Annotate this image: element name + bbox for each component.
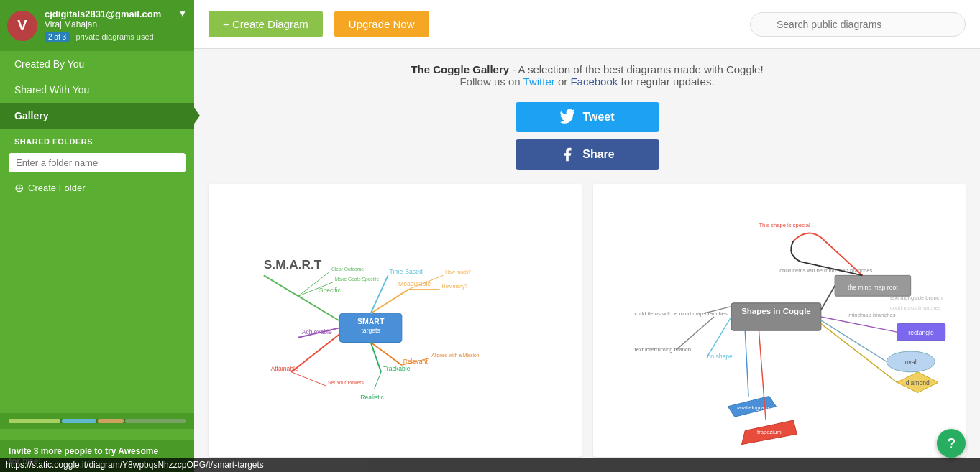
svg-text:Set Your Powers: Set Your Powers [328,380,364,385]
user-name: Viraj Mahajan [45,19,187,29]
search-area: 🔍 [441,12,966,37]
search-input[interactable] [750,12,966,37]
svg-text:S.M.A.R.T: S.M.A.R.T [264,257,322,272]
svg-text:Trackable: Trackable [383,365,411,372]
create-diagram-button[interactable]: + Create Diagram [209,11,323,37]
folder-name-input[interactable] [9,153,186,172]
svg-text:Time-Based: Time-Based [390,268,423,275]
create-folder-label: Create Folder [28,182,85,193]
svg-text:Realistic: Realistic [360,394,384,401]
svg-text:Specific: Specific [319,287,342,294]
svg-line-5 [264,275,298,296]
progress-bar [9,419,186,423]
svg-text:the mind map root: the mind map root [848,284,898,291]
svg-line-52 [820,324,897,383]
sidebar-item-gallery[interactable]: Gallery [0,103,194,129]
sidebar-item-created-by-you[interactable]: Created By You [0,51,194,77]
invite-text: Invite 3 more people to try Awesome [9,446,186,456]
svg-line-46 [820,317,897,332]
smart-diagram-preview: S.M.A.R.T SMART targets Specific Make Go… [209,184,582,450]
svg-text:Make Goals Specific: Make Goals Specific [335,277,380,282]
svg-text:oval: oval [905,358,916,366]
gallery-subtitle: - A selection of the best diagrams made … [509,63,764,75]
svg-text:text alongside branch: text alongside branch [889,295,942,301]
user-plan-badge: 2 of 3 [45,32,70,42]
svg-line-31 [374,372,381,389]
svg-line-37 [820,286,834,310]
progress-area [0,413,194,429]
svg-text:Achievable: Achievable [302,328,332,336]
svg-text:How much?: How much? [445,269,471,274]
tweet-label: Tweet [582,111,614,124]
svg-line-49 [820,320,886,362]
svg-text:This shape is special: This shape is special [759,222,810,228]
svg-text:Clear Outcome: Clear Outcome [331,267,364,272]
svg-text:mindmap branches: mindmap branches [848,312,895,318]
user-header[interactable]: V cjdigitals2831@gmail.com Viraj Mahajan… [0,0,194,51]
svg-text:diamond: diamond [905,379,929,387]
sidebar-item-shared-with-you[interactable]: Shared With You [0,77,194,103]
smart-targets-diagram-card[interactable]: S.M.A.R.T SMART targets Specific Make Go… [209,184,582,457]
topbar: + Create Diagram Upgrade Now 🔍 [194,0,980,49]
twitter-link[interactable]: Twitter [523,75,555,88]
gallery-regular-text: for regular updates. [618,75,714,88]
svg-text:Shapes in Coggle: Shapes in Coggle [741,307,811,315]
svg-text:How many?: How many? [442,284,468,290]
gallery-title: The Coggle Gallery [411,63,509,75]
create-folder-button[interactable]: ⊕ Create Folder [0,175,194,200]
sidebar: V cjdigitals2831@gmail.com Viraj Mahajan… [0,0,194,472]
svg-text:no shape: no shape [707,353,733,360]
user-email: cjdigitals2831@gmail.com [45,9,187,19]
svg-text:targets: targets [361,327,380,334]
svg-line-54 [707,317,731,357]
diagrams-grid: S.M.A.R.T SMART targets Specific Make Go… [209,184,966,457]
gallery-content: The Coggle Gallery - A selection of the … [194,49,980,472]
plus-icon: ⊕ [14,181,24,195]
url-bar: https://static.coggle.it/diagram/Y8wpbqs… [0,458,980,472]
svg-text:SMART: SMART [357,317,385,325]
svg-line-62 [676,317,714,350]
gallery-header: The Coggle Gallery - A selection of the … [209,63,966,88]
gallery-follow-text: Follow us on [459,75,523,88]
avatar: V [7,11,37,41]
svg-line-4 [298,296,340,321]
dropdown-arrow-icon[interactable]: ▼ [178,9,187,19]
private-diagrams-label: private diagrams used [75,32,153,41]
svg-line-57 [745,330,748,396]
svg-text:Measurable: Measurable [398,280,431,287]
shapes-diagram-preview: Shapes in Coggle the mind map root child… [593,184,966,450]
shared-folders-label: SHARED FOLDERS [0,129,194,150]
svg-line-27 [291,372,326,386]
share-label: Share [582,148,614,161]
main-content: + Create Diagram Upgrade Now 🔍 The Coggl… [194,0,980,472]
social-buttons: Tweet Share [209,102,966,170]
svg-text:continuous branches: continuous branches [889,305,940,311]
search-wrapper: 🔍 [750,12,966,37]
upgrade-now-button[interactable]: Upgrade Now [334,11,429,37]
svg-text:text interrupting branch: text interrupting branch [634,346,690,353]
svg-line-25 [291,334,339,372]
svg-text:trapezium: trapezium [757,429,782,435]
shapes-in-coggle-diagram-card[interactable]: Shapes in Coggle the mind map root child… [593,184,966,457]
share-button[interactable]: Share [516,139,659,170]
svg-text:Attainable: Attainable [270,365,298,372]
svg-text:child items will be mind map b: child items will be mind map branches [634,310,727,317]
help-button[interactable]: ? [937,429,966,458]
svg-text:parallelogram: parallelogram [735,404,768,411]
svg-text:Aligned with a Mission: Aligned with a Mission [431,353,480,358]
facebook-link[interactable]: Facebook [570,75,618,88]
tweet-button[interactable]: Tweet [516,102,659,132]
gallery-or-text: or [555,75,571,88]
user-info: cjdigitals2831@gmail.com Viraj Mahajan 2… [45,9,187,42]
svg-text:rectangle: rectangle [908,329,934,336]
